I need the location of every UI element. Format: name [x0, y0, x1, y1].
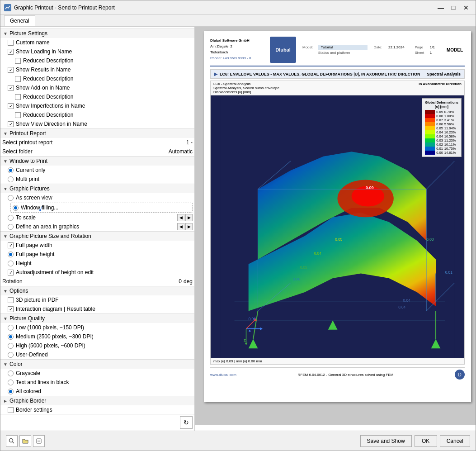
- radio-multi-print[interactable]: [8, 176, 14, 182]
- search-button[interactable]: [6, 435, 18, 447]
- row-rotation[interactable]: Rotation 0 deg: [0, 277, 194, 286]
- section-color[interactable]: ▼ Color: [0, 359, 194, 369]
- item-height[interactable]: Height: [0, 259, 194, 268]
- item-autoadjustment[interactable]: Autoadjustment of height on edit: [0, 268, 194, 277]
- checkbox-full-page-width[interactable]: [8, 242, 14, 248]
- item-grayscale[interactable]: Grayscale: [0, 369, 194, 378]
- radio-as-screen-view[interactable]: [8, 195, 14, 201]
- minimize-button[interactable]: —: [435, 3, 447, 13]
- tab-general[interactable]: General: [4, 15, 35, 26]
- rotation-unit: deg: [184, 278, 193, 285]
- item-full-page-width[interactable]: Full page width: [0, 241, 194, 250]
- checkbox-reduced-desc-1[interactable]: [15, 58, 21, 64]
- checkbox-interaction[interactable]: [8, 306, 14, 312]
- area-btn-2[interactable]: ▶: [185, 223, 193, 230]
- item-medium-quality[interactable]: Medium (2500 pixels, ~300 DPI): [0, 332, 194, 341]
- checkbox-reduced-desc-3[interactable]: [15, 94, 21, 100]
- section-graphic-border[interactable]: ► Graphic Border: [0, 396, 194, 405]
- direction-label: In Axonometric Direction: [419, 82, 462, 94]
- radio-to-scale[interactable]: [8, 215, 14, 221]
- item-all-colored[interactable]: All colored: [0, 387, 194, 396]
- ok-button[interactable]: OK: [415, 435, 437, 447]
- checkbox-show-loading[interactable]: [8, 49, 14, 55]
- section-picture-settings[interactable]: ▼ Picture Settings: [0, 28, 194, 38]
- checkbox-3d-pdf[interactable]: [8, 297, 14, 303]
- legend-row-5: 0.05 11.04%: [425, 126, 456, 130]
- settings-button[interactable]: [33, 435, 45, 447]
- radio-user-defined[interactable]: [8, 352, 14, 358]
- radio-medium[interactable]: [8, 334, 14, 340]
- item-current-only[interactable]: Current only: [0, 166, 194, 175]
- section-size-rotation[interactable]: ▼ Graphic Picture Size and Rotation: [0, 231, 194, 241]
- scale-btn-1[interactable]: ◀: [177, 214, 184, 221]
- section-graphic-pictures[interactable]: ▼ Graphic Pictures: [0, 184, 194, 193]
- collapse-icon-pq: ▼: [2, 315, 9, 322]
- checkbox-show-imperfections[interactable]: [8, 103, 14, 109]
- radio-height[interactable]: [8, 261, 14, 266]
- item-show-view-direction[interactable]: Show View Direction in Name: [0, 119, 194, 128]
- section-printout-report[interactable]: ▼ Printout Report: [0, 128, 194, 138]
- item-reduced-desc-3[interactable]: Reduced Description: [0, 92, 194, 101]
- checkbox-show-results[interactable]: [8, 67, 14, 73]
- browse-button[interactable]: [19, 435, 31, 447]
- radio-grayscale[interactable]: [8, 370, 14, 376]
- item-show-results[interactable]: Show Results in Name: [0, 65, 194, 74]
- checkbox-border-settings[interactable]: [8, 407, 14, 413]
- settings-scroll[interactable]: ▼ Picture Settings Custom name Show Load…: [0, 27, 194, 414]
- section-label: Picture Settings: [9, 30, 47, 37]
- radio-window-filling[interactable]: [13, 205, 19, 211]
- item-define-area[interactable]: Define an area in graphics ◀ ▶: [0, 222, 194, 231]
- row-select-printout[interactable]: Select printout report 1 -: [0, 138, 194, 147]
- item-show-loading[interactable]: Show Loading in Name: [0, 47, 194, 56]
- item-show-imperfections[interactable]: Show Imperfections in Name: [0, 101, 194, 110]
- scale-btn-2[interactable]: ▶: [185, 214, 193, 221]
- radio-define-area[interactable]: [8, 224, 14, 230]
- item-reduced-desc-2[interactable]: Reduced Description: [0, 74, 194, 83]
- cancel-button[interactable]: Cancel: [440, 435, 470, 447]
- preview-scroll[interactable]: Dlubal Software GmbH Am Ziegelei 2 Tiefe…: [195, 27, 476, 431]
- arrow-icon: ▶: [214, 71, 218, 76]
- checkbox-custom-name[interactable]: [8, 40, 14, 46]
- row-select-folder[interactable]: Select folder Automatic: [0, 147, 194, 156]
- item-custom-name[interactable]: Custom name: [0, 38, 194, 47]
- item-low-quality[interactable]: Low (1000 pixels, ~150 DPI): [0, 323, 194, 332]
- item-full-page-height[interactable]: Full page height: [0, 250, 194, 259]
- item-border-settings[interactable]: Border settings: [0, 405, 194, 414]
- item-show-addon[interactable]: Show Add-on in Name: [0, 83, 194, 92]
- radio-current-only[interactable]: [8, 167, 14, 173]
- 3d-graphic-area: 0.09 0.05 0.04 0.05 0.06 0.00 0.03 0.01 …: [211, 95, 464, 358]
- checkbox-reduced-desc-4[interactable]: [15, 112, 21, 118]
- refresh-settings-button[interactable]: ↻: [180, 416, 193, 429]
- section-window-to-print[interactable]: ▼ Window to Print: [0, 156, 194, 166]
- radio-high[interactable]: [8, 343, 14, 349]
- checkbox-autoadjustment[interactable]: [8, 270, 14, 275]
- radio-low[interactable]: [8, 325, 14, 331]
- close-button[interactable]: ✕: [460, 3, 472, 13]
- item-user-defined[interactable]: User-Defined: [0, 350, 194, 359]
- item-to-scale[interactable]: To scale ◀ ▶: [0, 213, 194, 222]
- item-3d-pdf[interactable]: 3D picture in PDF: [0, 295, 194, 304]
- item-high-quality[interactable]: High (5000 pixels, ~600 DPI): [0, 341, 194, 350]
- item-interaction-diagram[interactable]: Interaction diagram | Result table: [0, 304, 194, 313]
- maximize-button[interactable]: □: [448, 3, 459, 13]
- checkbox-show-addon[interactable]: [8, 85, 14, 91]
- radio-full-page-height[interactable]: [8, 252, 14, 257]
- item-window-filling[interactable]: Window filling...: [11, 203, 192, 212]
- bottom-bar: Save and Show OK Cancel: [0, 431, 476, 451]
- item-text-lines-black[interactable]: Text and lines in black: [0, 378, 194, 387]
- item-multi-print[interactable]: Multi print: [0, 175, 194, 184]
- item-reduced-desc-4[interactable]: Reduced Description: [0, 110, 194, 119]
- collapse-icon-wtp: ▼: [2, 158, 9, 164]
- item-reduced-desc-1[interactable]: Reduced Description: [0, 56, 194, 65]
- section-picture-quality[interactable]: ▼ Picture Quality: [0, 313, 194, 323]
- checkbox-reduced-desc-2[interactable]: [15, 76, 21, 82]
- company-addr1: Am Ziegelei 2: [210, 44, 264, 50]
- checkbox-show-view-direction[interactable]: [8, 121, 14, 127]
- item-as-screen-view[interactable]: As screen view: [0, 193, 194, 202]
- section-options[interactable]: ▼ Options: [0, 286, 194, 295]
- radio-text-black[interactable]: [8, 380, 14, 385]
- radio-all-colored[interactable]: [8, 389, 14, 394]
- sheet-label: Sheet: [411, 51, 429, 55]
- area-btn-1[interactable]: ◀: [177, 223, 184, 230]
- save-and-show-button[interactable]: Save and Show: [360, 435, 412, 447]
